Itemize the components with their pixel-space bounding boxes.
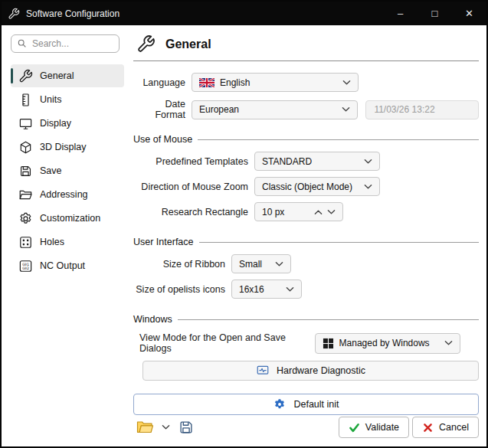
chevron-down-icon [364, 184, 372, 190]
floppy-icon [18, 164, 33, 178]
research-rectangle-spinner[interactable]: 10 px [254, 202, 343, 221]
sidebar-item-label: Holes [40, 237, 64, 247]
window-content: General Units Display 3D Display Save [2, 25, 486, 446]
tools-icon [136, 34, 156, 54]
language-select[interactable]: English [192, 73, 359, 92]
sidebar-item-label: Display [40, 118, 71, 129]
titlebar: Software Configuration – □ ✕ [2, 2, 486, 25]
sidebar-item-addressing[interactable]: Addressing [11, 183, 124, 206]
chevron-down-icon [342, 80, 351, 86]
software-configuration-window: Software Configuration – □ ✕ General Uni… [0, 0, 488, 448]
x-icon [422, 422, 434, 433]
open-file-button[interactable] [133, 416, 156, 439]
ribbon-size-value: Small [239, 259, 262, 270]
sidebar-item-units[interactable]: Units [11, 88, 124, 111]
ribbon-size-row: Size of Ribbon Small [133, 254, 479, 273]
maximize-button[interactable]: □ [418, 2, 452, 25]
research-rectangle-label: Research Rectangle [133, 207, 254, 217]
date-format-select[interactable]: European [192, 100, 358, 119]
group-use-of-mouse: Use of Mouse [133, 134, 479, 145]
validate-button[interactable]: Validate [339, 417, 409, 438]
cube-icon [18, 140, 33, 155]
chevron-down-icon [275, 261, 283, 267]
hardware-monitor-icon [256, 364, 270, 378]
date-format-label: Date Format [133, 99, 192, 120]
sidebar-item-save[interactable]: Save [11, 159, 124, 182]
ribbon-size-select[interactable]: Small [231, 254, 291, 273]
group-title: Use of Mouse [133, 134, 192, 145]
language-label: Language [133, 77, 192, 88]
mouse-zoom-label: Direction of Mouse Zoom [133, 181, 254, 192]
sidebar-item-display[interactable]: Display [11, 112, 124, 135]
open-file-dropdown-button[interactable] [159, 416, 172, 439]
sidebar: General Units Display 3D Display Save [2, 25, 127, 446]
save-file-button[interactable] [175, 416, 197, 439]
predefined-templates-row: Predefined Templates STANDARD [133, 152, 479, 171]
search-box [11, 34, 120, 53]
predefined-templates-value: STANDARD [262, 156, 312, 167]
monitor-icon [18, 116, 33, 131]
chevron-down-icon [286, 286, 294, 293]
hardware-diagnostic-button[interactable]: Hardware Diagnostic [142, 361, 479, 381]
sidebar-nav: General Units Display 3D Display Save [11, 64, 124, 277]
predefined-templates-select[interactable]: STANDARD [254, 152, 380, 171]
main-panel: General Language English Date Format Eur… [127, 25, 486, 446]
validate-label: Validate [365, 422, 399, 433]
gear-icon [18, 211, 33, 226]
page-header: General [133, 25, 479, 61]
chevron-up-icon[interactable] [314, 209, 323, 215]
cancel-label: Cancel [439, 422, 469, 433]
app-tools-icon [2, 8, 26, 20]
opelists-icon-size-row: Size of opelists icons 16x16 [133, 280, 479, 299]
default-init-button[interactable]: Default init [133, 394, 479, 415]
research-rectangle-value: 10 px [262, 207, 284, 217]
check-icon [349, 422, 360, 433]
view-mode-row: View Mode for the Open and Save Dialogs … [133, 332, 479, 354]
group-title: Windows [133, 314, 172, 325]
chevron-down-icon [342, 106, 350, 113]
sidebar-item-label: Addressing [40, 189, 88, 200]
chevron-down-icon [444, 340, 453, 346]
windows-logo-icon [323, 338, 334, 349]
close-button[interactable]: ✕ [452, 2, 486, 25]
footer-toolbar: Validate Cancel [133, 416, 479, 439]
search-icon [17, 38, 27, 48]
group-title: User Interface [133, 237, 194, 247]
research-rectangle-row: Research Rectangle 10 px [133, 202, 479, 221]
sidebar-item-label: Units [40, 94, 61, 105]
language-row: Language English [133, 73, 479, 92]
sidebar-item-label: 3D Display [40, 142, 86, 152]
mouse-zoom-select[interactable]: Classic (Object Mode) [254, 177, 380, 196]
floppy-icon [178, 419, 195, 436]
window-title: Software Configuration [26, 8, 120, 19]
opelists-icon-size-select[interactable]: 16x16 [231, 280, 302, 299]
sidebar-item-holes[interactable]: Holes [11, 231, 124, 253]
predefined-templates-label: Predefined Templates [133, 156, 254, 167]
sidebar-item-3d-display[interactable]: 3D Display [11, 136, 124, 159]
group-windows: Windows [133, 314, 479, 325]
view-mode-value: Managed by Windows [339, 338, 430, 348]
minimize-button[interactable]: – [383, 2, 418, 25]
date-preview: 11/03/26 13:22 [365, 100, 479, 119]
sidebar-item-nc-output[interactable]: NC Output [11, 254, 124, 277]
sidebar-item-label: Save [40, 165, 62, 176]
default-init-label: Default init [293, 399, 339, 410]
view-mode-label: View Mode for the Open and Save Dialogs [139, 332, 315, 354]
nc-output-icon [18, 259, 33, 273]
sidebar-item-customization[interactable]: Customization [11, 207, 124, 230]
hardware-diagnostic-label: Hardware Diagnostic [277, 365, 365, 376]
sidebar-item-label: Customization [40, 213, 100, 224]
ribbon-size-label: Size of Ribbon [133, 259, 231, 270]
gear-icon [273, 397, 287, 411]
opelists-icon-size-label: Size of opelists icons [133, 284, 231, 295]
cancel-button[interactable]: Cancel [412, 417, 479, 438]
group-user-interface: User Interface [133, 237, 479, 247]
view-mode-select[interactable]: Managed by Windows [315, 333, 460, 354]
sidebar-item-general[interactable]: General [11, 64, 124, 87]
sidebar-item-label: NC Output [40, 260, 85, 271]
chevron-down-icon[interactable] [327, 209, 336, 215]
tools-icon [18, 69, 33, 83]
search-input[interactable] [11, 34, 120, 53]
holes-icon [18, 235, 33, 250]
window-controls: – □ ✕ [383, 2, 486, 25]
